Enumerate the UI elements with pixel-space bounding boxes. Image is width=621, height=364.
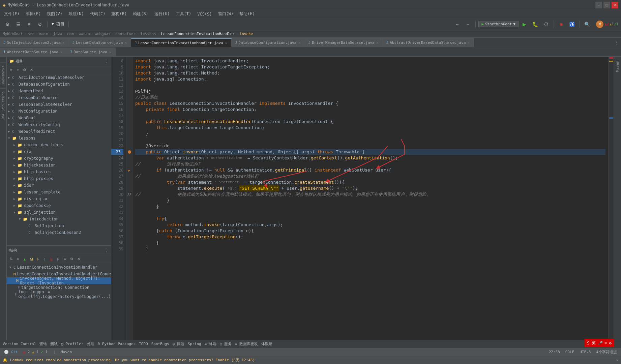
tree-item-sqlinject[interactable]: ▼ 📁 sql_injection (7, 209, 111, 216)
struct-btn7[interactable]: V (62, 256, 68, 262)
tab-close-icon[interactable]: ✕ (62, 41, 65, 44)
list-view-button[interactable]: ☰ (13, 20, 23, 29)
structure-options-icon[interactable]: ⋮ (105, 248, 108, 252)
maven-panel-label[interactable]: Maven (615, 58, 620, 74)
toolbar-settings2-button[interactable]: ⚙ (35, 20, 45, 29)
status-time[interactable]: 22:58 (548, 350, 561, 354)
tree-item-mvcconfig[interactable]: ▶ C MvcConfiguration (7, 108, 111, 115)
menu-tools[interactable]: 工具(T) (173, 10, 194, 18)
tree-item-asciidoctor[interactable]: ▶ C AsciiDoctorTemplateResolver (7, 74, 111, 81)
struct-sort-button[interactable]: ⇅ (8, 256, 14, 262)
tree-item-websecurityconfig[interactable]: ▶ C WebSecurityConfig (7, 121, 111, 128)
breadcrumb-wanan[interactable]: wanan (79, 32, 90, 36)
menu-file[interactable]: 文件(F) (1, 10, 22, 18)
struct-list-button[interactable]: ≡ (15, 256, 21, 262)
run-button[interactable]: ▶ (520, 20, 529, 29)
bottom-tab-process[interactable]: 处理 (86, 341, 96, 346)
struct-btn6[interactable]: P (55, 256, 61, 262)
status-git[interactable]: ⚪ Git (3, 350, 19, 354)
breadcrumb-method[interactable]: invoke (240, 32, 253, 36)
breadcrumb-class[interactable]: LessonConnectionInvocationHandler (161, 32, 235, 36)
tab-abstractdriver[interactable]: J AbstractDriverBasedDataSource.java ✕ (383, 38, 474, 47)
tab-sqlinject2[interactable]: J SqlInjectionLesson2.java ✕ (0, 38, 69, 47)
title-bar-right[interactable]: − □ ✕ (595, 2, 618, 8)
tab-close-icon[interactable]: ✕ (298, 41, 301, 44)
side-tab-bookmarks[interactable]: Bookmarks (0, 62, 6, 88)
breadcrumb-container[interactable]: container (115, 32, 136, 36)
code-content[interactable]: import java.lang.reflect.InvocationHandl… (132, 57, 608, 340)
settings-button[interactable]: ⚙ (3, 20, 12, 29)
bottom-tab-problems[interactable]: ◎ 问题 (171, 341, 186, 346)
collapse-all-button[interactable]: ≡ (8, 67, 14, 73)
tab-lessondatasource[interactable]: J LessonDataSource.java ✕ (69, 38, 131, 47)
tree-item-introduction[interactable]: ▼ 📁 introduction (7, 216, 111, 222)
menu-view[interactable]: 视图(V) (44, 10, 65, 18)
stop-button[interactable]: ■ (557, 20, 566, 29)
tree-item-lesson-template[interactable]: ▶ 📁 lesson_template (7, 189, 111, 195)
debug-button[interactable]: 🐛 (531, 20, 540, 29)
tree-item-hammerhead[interactable]: ▶ C HammerHead (7, 88, 111, 94)
tree-item-dbconfig[interactable]: ▶ C DatabaseConfiguration (7, 81, 111, 88)
breadcrumb-lessons[interactable]: lessons (140, 32, 156, 36)
minimize-button[interactable]: − (595, 2, 602, 8)
bottom-tab-version-control[interactable]: Version Control (1, 342, 37, 346)
struct-close-button[interactable]: ✕ (76, 256, 82, 262)
breadcrumb-main[interactable]: main (39, 32, 49, 36)
struct-btn2[interactable]: M (28, 256, 34, 262)
struct-log-field[interactable]: F log: Logger = org.slf4j.LoggerFactory.… (7, 291, 111, 298)
breadcrumb-webgoat[interactable]: webgoat (95, 32, 110, 36)
tree-item-webgoat[interactable]: ▶ C WebGoat (7, 115, 111, 121)
status-encoding[interactable]: UTF-8 (578, 350, 592, 354)
tab-datasource[interactable]: I DataSource.java ✕ (67, 48, 116, 56)
maximize-button[interactable]: □ (603, 2, 610, 8)
user-avatar[interactable]: W (596, 21, 603, 28)
bottom-tab-spring[interactable]: Spring (186, 342, 203, 346)
rebuild-button[interactable]: ♿ (567, 20, 577, 29)
menu-nav[interactable]: 导航(N) (66, 10, 87, 18)
run-config-selector[interactable]: ▶ StartWebGoat ▼ (478, 21, 519, 27)
tree-item-chrome-dev[interactable]: ▶ 📁 chrome_dev_tools (7, 142, 111, 148)
side-tab-jpa[interactable]: JPA Structure (0, 88, 6, 123)
tree-item-lessontemplateresolver[interactable]: ▶ C LessonTemplateResolver (7, 101, 111, 108)
bottom-tab-terminal[interactable]: ≡ 终端 (203, 341, 218, 346)
tab-close-icon[interactable]: ✕ (60, 50, 63, 54)
struct-btn5[interactable]: E (49, 256, 55, 262)
status-errors[interactable]: ▲ 2 ▲ 1 ✓ 1 (22, 350, 49, 354)
tab-close-icon[interactable]: ✕ (467, 41, 470, 44)
code-editor[interactable]: 8 9 10 11 12 13 14 15 16 17 18 19 20 21 … (111, 57, 614, 340)
tree-item-webwolfredirect[interactable]: ▶ C WebWolfRedirect (7, 128, 111, 135)
tab-close-icon[interactable]: ✕ (109, 50, 112, 54)
menu-vcs[interactable]: VCS(S) (195, 11, 214, 17)
breadcrumb-mywebgoat[interactable]: MyWebGoat (3, 32, 23, 36)
back-button[interactable]: ← (452, 20, 462, 29)
tree-item-idor[interactable]: ▶ 📁 idor (7, 182, 111, 189)
tree-item-lessondatasource[interactable]: ▶ C LessonDataSource (7, 94, 111, 101)
tree-item-cia[interactable]: ▶ 📁 cia (7, 148, 111, 155)
tree-settings-button[interactable]: ⚙ (22, 67, 28, 73)
status-indent[interactable]: 4个字符缩进 (595, 350, 618, 355)
search-everywhere-button[interactable]: 🔍 (583, 20, 592, 29)
tab-dbconfig[interactable]: J DatabaseConfiguration.java ✕ (232, 38, 305, 47)
struct-btn4[interactable]: I (42, 256, 48, 262)
struct-invoke-method[interactable]: M invoke(Object, Method, Object[]): Obje… (7, 277, 111, 284)
tree-item-missing-ac[interactable]: ▶ 📁 missing_ac (7, 195, 111, 202)
menu-edit[interactable]: 编辑(E) (23, 10, 44, 18)
bottom-tab-error-check[interactable]: 查错 (38, 341, 48, 346)
tree-item-hijacksession[interactable]: ▶ 📁 hijacksession (7, 162, 111, 169)
bottom-tab-wall[interactable]: 体数墙 (260, 341, 274, 346)
struct-btn1[interactable]: ▲ (22, 256, 28, 262)
tree-item-http-basics[interactable]: ▶ 📁 http_basics (7, 169, 111, 175)
close-button[interactable]: ✕ (612, 2, 618, 8)
menu-help[interactable]: 帮助(H) (237, 10, 258, 18)
menu-code[interactable]: 代码(C) (87, 10, 108, 18)
profile-button[interactable]: ⏱ (541, 20, 551, 29)
breadcrumb-com[interactable]: com (67, 32, 74, 36)
more-tabs-button[interactable]: ⋮ (612, 40, 621, 45)
tree-item-spoofcookie[interactable]: ▶ 📁 spoofcookie (7, 202, 111, 209)
menu-build[interactable]: 构建(B) (130, 10, 151, 18)
bottom-tab-test[interactable]: 测试 (49, 341, 59, 346)
tree-item-cryptography[interactable]: ▶ 📁 cryptography (7, 155, 111, 162)
bottom-tab-todo[interactable]: TODO (138, 342, 149, 346)
tree-item-http-proxies[interactable]: ▶ 📁 http_proxies (7, 175, 111, 182)
close-sidebar-button[interactable]: ✕ (28, 67, 34, 73)
